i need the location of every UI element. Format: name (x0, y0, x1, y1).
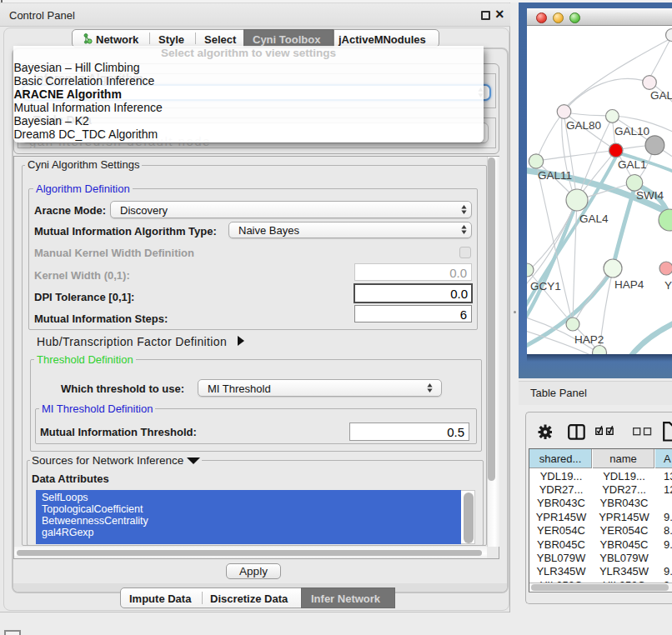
svg-text:GAL11: GAL11 (538, 169, 572, 182)
svg-text:GAL1: GAL1 (618, 158, 647, 171)
svg-text:GAL10: GAL10 (614, 125, 649, 138)
svg-text:Y: Y (664, 279, 672, 292)
svg-text:GAL4: GAL4 (579, 212, 609, 225)
svg-text:GCY1: GCY1 (530, 280, 561, 292)
svg-text:GAL7: GAL7 (650, 89, 672, 102)
svg-text:HAP4: HAP4 (614, 278, 644, 291)
svg-text:GAL80: GAL80 (566, 119, 601, 132)
svg-text:HAP2: HAP2 (574, 333, 604, 346)
svg-text:SWI4: SWI4 (636, 189, 664, 202)
